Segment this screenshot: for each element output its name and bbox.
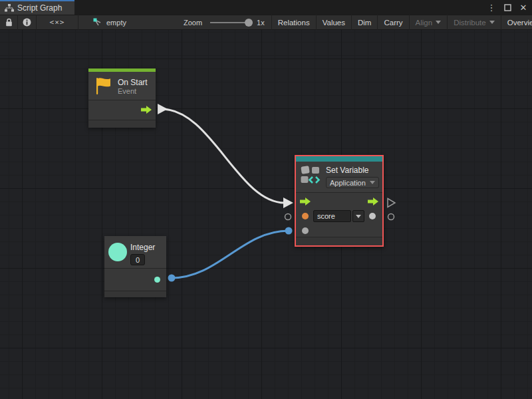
info-icon — [23, 18, 31, 27]
variable-name-input[interactable] — [313, 210, 351, 222]
node-integer[interactable]: Integer 0 — [104, 236, 166, 297]
kebab-menu-icon: ⋮ — [487, 3, 496, 13]
value-connection-wire[interactable] — [168, 227, 293, 282]
value-input-port[interactable] — [302, 227, 309, 234]
node-footer — [88, 120, 156, 128]
zoom-slider-handle[interactable] — [245, 19, 253, 27]
value-output-port[interactable] — [369, 213, 376, 219]
variable-name-port[interactable] — [302, 213, 309, 219]
code-view-button[interactable]: <×> — [37, 15, 78, 30]
integer-type-icon — [108, 243, 127, 261]
maximize-button[interactable] — [501, 1, 513, 13]
flow-output-port[interactable] — [141, 106, 152, 114]
zoom-label: Zoom — [184, 19, 202, 27]
node-set-variable[interactable]: Set Variable Application — [295, 155, 384, 247]
set-variable-icon — [301, 166, 321, 185]
graph-toolbar: <×> empty Zoom 1x Relations Values Dim C… — [0, 15, 532, 30]
dropdown-arrow-icon — [370, 181, 375, 184]
graph-canvas[interactable]: On Start Event Set Variable — [0, 30, 532, 399]
zoom-control: Zoom 1x — [184, 19, 271, 27]
window-menu-button[interactable]: ⋮ — [485, 1, 497, 13]
node-title: Set Variable — [326, 166, 379, 175]
graph-status: empty — [93, 18, 126, 27]
align-button[interactable]: Align — [410, 15, 448, 30]
node-title: Integer — [130, 243, 155, 252]
variable-scope-dropdown[interactable]: Application — [326, 177, 379, 188]
node-on-start[interactable]: On Start Event — [88, 68, 156, 128]
zoom-slider[interactable] — [210, 22, 251, 23]
node-subtitle: Event — [118, 87, 148, 95]
info-button[interactable] — [18, 15, 36, 30]
close-icon: ✕ — [520, 3, 527, 13]
integer-output-port[interactable] — [154, 277, 160, 283]
graph-pointer-icon — [93, 18, 102, 27]
tab-script-graph[interactable]: Script Graph — [0, 0, 74, 15]
scope-label: Application — [330, 179, 366, 187]
wire-end-cap — [285, 227, 293, 235]
flow-output-port[interactable] — [368, 198, 378, 205]
flag-icon — [94, 76, 112, 95]
tab-title: Script Graph — [17, 3, 62, 13]
window-titlebar: Script Graph ⋮ ✕ — [0, 0, 532, 15]
dropdown-arrow-icon — [489, 21, 495, 24]
zoom-value: 1x — [257, 19, 265, 27]
variable-name-dropdown-button[interactable] — [352, 210, 364, 222]
carry-button[interactable]: Carry — [378, 15, 408, 30]
dim-button[interactable]: Dim — [352, 15, 377, 30]
overview-button[interactable]: Overview — [501, 15, 532, 30]
integer-value-input[interactable]: 0 — [130, 254, 145, 265]
wire-end-arrow-icon — [283, 198, 293, 208]
node-title: On Start — [118, 78, 148, 87]
graph-hierarchy-icon — [5, 4, 14, 12]
relations-button[interactable]: Relations — [272, 15, 316, 30]
code-view-icon: <×> — [50, 18, 65, 27]
close-button[interactable]: ✕ — [517, 1, 529, 13]
dropdown-arrow-icon — [356, 215, 361, 218]
distribute-button[interactable]: Distribute — [448, 15, 501, 30]
lock-button[interactable] — [0, 15, 17, 30]
node-footer — [296, 237, 382, 245]
maximize-icon — [504, 4, 511, 11]
dropdown-arrow-icon — [436, 21, 441, 24]
connection-layer — [0, 30, 532, 399]
wire-start-arrow-icon — [158, 104, 168, 114]
value-out-proxy-circle[interactable] — [388, 214, 394, 220]
value-in-proxy-circle[interactable] — [285, 214, 291, 220]
variable-accent-stripe — [296, 156, 382, 162]
flow-input-port[interactable] — [300, 198, 311, 205]
flow-out-proxy-triangle[interactable] — [388, 199, 395, 207]
lock-icon — [5, 18, 13, 27]
values-button[interactable]: Values — [317, 15, 351, 30]
toolbar-divider — [78, 15, 78, 30]
flow-connection-wire[interactable] — [158, 104, 293, 208]
graph-status-label: empty — [106, 19, 126, 27]
wire-start-cap — [168, 275, 176, 282]
node-footer — [104, 291, 166, 297]
